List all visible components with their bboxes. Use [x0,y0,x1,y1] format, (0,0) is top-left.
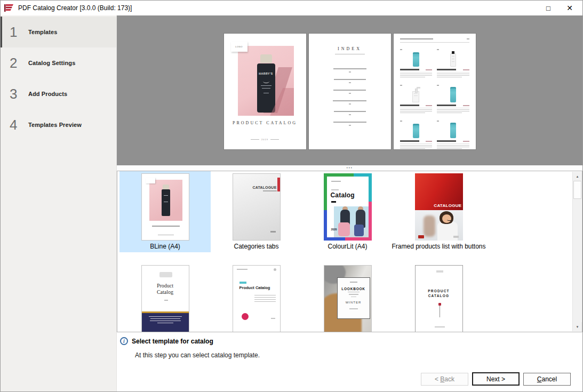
index-entry [309,79,391,83]
next-button[interactable]: Next > [472,372,520,386]
product-cell [400,45,433,77]
template-tile-colourlit[interactable]: Catalog 2020 [302,171,393,252]
product-title-line [400,140,419,142]
info-icon: i [120,337,128,345]
entry-page-number [349,103,351,105]
thumb-cover-title: CATALOGUE [252,186,276,189]
gallery-scrollbar[interactable]: ▲ ▼ [572,172,581,331]
product-price-mark [463,69,469,70]
entry-text-line [333,100,366,101]
gallery-row-1: BLine (A4) CATALOGUE Categories tabs [119,171,582,252]
product-image [437,86,469,102]
template-thumbnail-teal[interactable]: Product Catalog [233,265,281,332]
template-tile-bline[interactable]: BLine (A4) [119,171,211,252]
template-label[interactable]: Framed products list with buttons [392,243,485,250]
bottle-label-line [262,88,270,89]
thumb-red-tab [277,178,280,191]
teal-bottle-graphic [450,123,456,138]
cover-title: PRODUCT CATALOG [224,121,306,125]
product-image [400,51,433,67]
back-button[interactable]: < Back [421,373,468,386]
entry-page-number [349,71,351,73]
thumb-cover-title: CATALOGUE [434,203,461,208]
scroll-up-button[interactable]: ▲ [573,172,582,181]
template-thumbnail-colourlit[interactable]: Catalog 2020 [324,173,372,241]
thumb-footer-mark [453,236,459,238]
sidebar-step-catalog-settings[interactable]: 2 Catalog Settings [1,47,116,78]
template-tile-categories-tabs[interactable]: CATALOGUE Categories tabs [211,171,302,252]
frame-bottom-bar [324,237,372,241]
template-preview-pane: HARRY'S LOGO PRODUCT CATALOG 2019 [117,15,582,165]
product-title-row [437,105,469,106]
title-line-1: Product [157,283,173,289]
template-thumbnail-bline[interactable] [141,173,189,241]
thumb-bottle-line [164,195,168,196]
maximize-button[interactable]: □ [538,1,559,15]
index-entry [309,100,391,105]
template-tile-lookbook[interactable]: LOOKBOOK WINTER [302,263,393,332]
year-dash [251,139,259,140]
thumb-small-mark [164,300,168,301]
index-entry [309,122,391,126]
sidebar-step-templates-preview[interactable]: 4 Templates Preview [1,109,116,140]
template-label[interactable]: Categories tabs [234,243,278,250]
product-image [400,86,433,102]
thumb-corner-mark [274,268,276,271]
product-image [437,122,469,138]
pane-splitter[interactable]: ··· [117,165,582,171]
product-title-line [400,105,419,106]
card-text-line [351,297,356,298]
template-thumbnail-lookbook[interactable]: LOOKBOOK WINTER [324,265,372,332]
scroll-down-button[interactable]: ▼ [573,322,582,331]
sidebar-step-templates[interactable]: 1 Templates [1,17,116,47]
products-header [400,38,469,39]
cancel-button[interactable]: Cancel [523,373,571,386]
template-tile-teal-catalog[interactable]: Product Catalog [211,263,302,332]
product-description-lines [400,74,433,77]
template-thumbnail-framed[interactable]: CATALOGUE [415,173,463,241]
close-button[interactable]: ✕ [559,1,580,15]
step-number: 3 [10,86,23,102]
shampoo-bottle-graphic: HARRY'S [257,54,275,113]
product-number [437,85,439,86]
products-header-rule [400,42,469,43]
bottle-brand-text: HARRY'S [257,63,275,75]
thumb-footer-mark [270,231,276,233]
bottle-script-mark [263,79,269,83]
entry-text-line [333,122,366,123]
bottle-body: HARRY'S [257,63,275,113]
thumb-cover-year: 2020 [331,228,337,231]
index-entry [309,90,391,94]
thumb-small-logo [418,235,424,238]
product-price-mark [426,105,432,106]
template-label[interactable]: ColourLit (A4) [328,243,367,250]
sidebar-step-add-products[interactable]: 3 Add Products [1,78,116,109]
frame-top-bar [324,173,372,177]
title-line-2: CATALOG [428,294,450,298]
template-thumbnail-navy[interactable]: Product Catalog [141,265,189,332]
bottle-label-line [261,85,271,86]
scrollbar-thumb[interactable] [573,181,581,199]
product-image [437,51,469,67]
thumb-cover-subtitle: WINTER [346,301,362,304]
thumb-paragraph-lines [254,293,276,302]
entry-page-number [349,93,351,94]
template-tile-framed-products[interactable]: CATALOGUE Framed products list [393,171,484,252]
product-divider [400,143,433,144]
index-entry [309,68,391,73]
product-description-lines [400,109,433,113]
template-label[interactable]: BLine (A4) [150,243,180,250]
thumb-logo-smudge [436,270,443,273]
template-thumbnail-categories[interactable]: CATALOGUE [233,173,281,241]
entry-text-line [333,90,366,91]
white-bottle-graphic [450,53,456,67]
template-tile-navy-catalog[interactable]: Product Catalog [119,263,211,332]
info-description: At this step you can select catalog temp… [135,351,582,359]
template-thumbnail-pin[interactable]: PRODUCT CATALOG [415,265,463,332]
index-rule [335,54,365,54]
title-line-1: PRODUCT [428,289,450,293]
template-tile-pin-catalog[interactable]: PRODUCT CATALOG [393,263,484,332]
step-label: Catalog Settings [28,60,75,66]
template-gallery: BLine (A4) CATALOGUE Categories tabs [117,171,582,332]
title-line-2: Catalog [157,289,173,295]
